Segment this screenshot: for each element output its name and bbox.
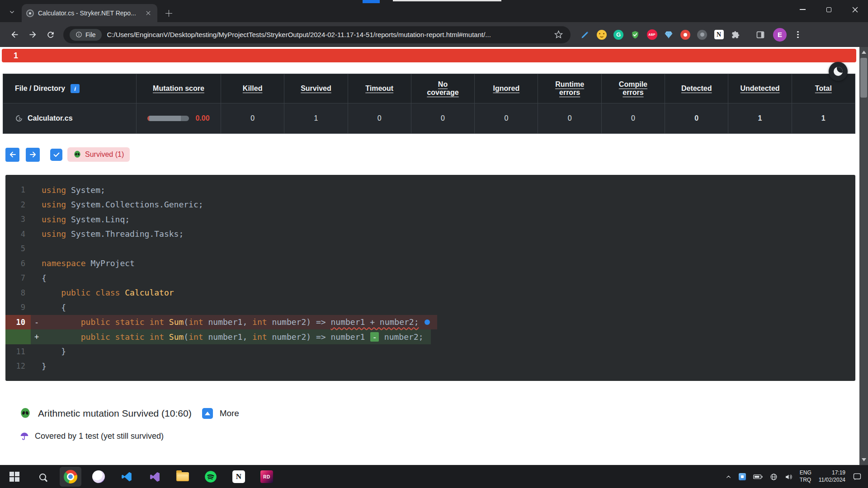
file-icon	[15, 114, 23, 122]
shield-extension-icon[interactable]	[630, 29, 641, 40]
gem-extension-icon[interactable]	[663, 29, 674, 40]
column-header[interactable]: Runtime errors	[538, 74, 601, 103]
browser-toolbar: File C:/Users/EngincanV/Desktop/testing/…	[0, 22, 868, 47]
chrome-icon	[64, 470, 77, 483]
page-scrollbar[interactable]	[859, 47, 868, 465]
tray-app-icon[interactable]	[739, 473, 746, 480]
maximize-icon	[826, 7, 831, 12]
speaker-icon[interactable]	[785, 473, 793, 481]
scrollbar-down-arrow[interactable]	[859, 455, 868, 464]
maximize-button[interactable]	[816, 0, 842, 19]
previous-mutant-button[interactable]	[5, 148, 19, 162]
rider-icon: RD	[260, 470, 273, 483]
search-button[interactable]	[32, 467, 53, 487]
column-header[interactable]: Detected	[665, 74, 728, 103]
reload-button[interactable]	[42, 26, 60, 44]
file-scheme-chip[interactable]: File	[70, 29, 102, 41]
network-globe-icon[interactable]	[770, 473, 778, 481]
scrollbar-thumb[interactable]	[860, 58, 867, 98]
gray-extension-icon[interactable]	[697, 29, 708, 40]
code-line-content: {	[31, 300, 66, 315]
app-taskbar-button[interactable]	[88, 467, 109, 487]
column-header-label: Timeout	[365, 84, 393, 93]
side-panel-icon[interactable]	[755, 29, 766, 40]
code-line-content: - public static int Sum(int number1, int…	[31, 315, 437, 330]
decoration-blue-sliver	[363, 0, 380, 3]
survived-badge-label: Survived (1)	[85, 150, 124, 159]
tab-favicon	[26, 9, 34, 17]
info-badge-icon[interactable]: i	[71, 84, 80, 93]
next-mutant-button[interactable]	[26, 148, 40, 162]
column-header[interactable]: No coverage	[411, 74, 474, 103]
file-cell[interactable]: Calculator.cs	[3, 103, 136, 133]
minimize-button[interactable]	[789, 0, 816, 19]
survived-filter-badge[interactable]: Survived (1)	[67, 147, 130, 162]
mutant-indicator-dot[interactable]	[425, 319, 430, 325]
more-label[interactable]: More	[220, 408, 239, 418]
chrome-taskbar-button[interactable]	[60, 467, 81, 487]
dark-mode-toggle[interactable]	[829, 62, 848, 81]
covered-tests-text: Covered by 1 test (yet still survived)	[35, 432, 164, 441]
diff-marker: +	[34, 332, 39, 341]
grammarly-extension-icon[interactable]: G	[613, 29, 624, 40]
code-line-content: public class Calculator	[31, 286, 174, 300]
tray-chevron-up-icon[interactable]	[726, 474, 731, 480]
back-button[interactable]	[5, 26, 24, 44]
tab-close-icon[interactable]	[144, 9, 153, 18]
language-indicator[interactable]: ENG TRQ	[800, 469, 811, 483]
vscode-taskbar-button[interactable]	[116, 467, 137, 487]
tab-search-chevron-icon[interactable]	[6, 6, 17, 17]
url-text[interactable]: C:/Users/EngincanV/Desktop/testing/MyPro…	[107, 31, 552, 38]
browser-menu-button[interactable]	[792, 29, 804, 41]
browser-tab[interactable]: Calculator.cs - Stryker.NET Repo...	[22, 4, 157, 22]
column-header[interactable]: Total	[792, 74, 855, 103]
notification-center-icon[interactable]	[853, 472, 862, 481]
adblock-plus-extension-icon[interactable]: ABP	[646, 29, 657, 40]
mutation-report-page: 1 File / Directory i Mutation scoreKille…	[0, 47, 859, 465]
profile-avatar[interactable]: E	[773, 28, 787, 42]
column-header[interactable]: Ignored	[474, 74, 538, 103]
code-line-content: {	[31, 271, 47, 286]
battery-icon[interactable]	[753, 474, 763, 479]
start-button[interactable]	[4, 467, 25, 487]
column-header-file[interactable]: File / Directory i	[3, 74, 136, 103]
column-header[interactable]: Undetected	[728, 74, 791, 103]
filter-checkbox[interactable]	[50, 149, 62, 161]
emoji-face-icon	[597, 30, 607, 40]
file-explorer-taskbar-button[interactable]	[172, 467, 193, 487]
notion-n: N	[714, 30, 724, 39]
color-picker-extension-icon[interactable]	[580, 29, 590, 40]
column-header[interactable]: Survived	[284, 74, 347, 103]
notion-taskbar-button[interactable]: N	[228, 467, 250, 487]
column-header[interactable]: Mutation score	[136, 74, 221, 103]
column-header[interactable]: Compile errors	[601, 74, 665, 103]
file-name-link[interactable]: Calculator.cs	[28, 114, 73, 122]
forward-button[interactable]	[24, 26, 42, 44]
column-header[interactable]: Killed	[221, 74, 284, 103]
new-tab-button[interactable]	[163, 7, 175, 19]
date-text: 11/02/2024	[819, 477, 845, 484]
extensions-puzzle-icon[interactable]	[730, 29, 741, 40]
line-number: 11	[5, 344, 31, 359]
circular-app-icon	[92, 470, 105, 483]
visual-studio-taskbar-button[interactable]	[144, 467, 165, 487]
legend-count: 1	[14, 51, 18, 61]
mutation-table: File / Directory i Mutation scoreKilledS…	[3, 74, 855, 134]
scrollbar-up-arrow[interactable]	[859, 48, 868, 56]
column-header[interactable]: Timeout	[348, 74, 411, 103]
spotify-taskbar-button[interactable]	[200, 467, 222, 487]
line-number: 9	[5, 300, 31, 315]
notion-extension-icon[interactable]: N	[713, 29, 724, 40]
record-extension-icon[interactable]	[680, 29, 691, 40]
collapse-more-button[interactable]	[202, 408, 213, 419]
code-line-content: using System.Linq;	[31, 212, 130, 227]
emoji-extension-icon[interactable]	[596, 29, 607, 40]
minimize-icon	[800, 9, 806, 10]
code-line: 12}	[5, 359, 855, 374]
address-bar[interactable]: File C:/Users/EngincanV/Desktop/testing/…	[63, 26, 571, 43]
bookmark-star-icon[interactable]	[552, 29, 564, 41]
mutation-score-value: 0.00	[195, 114, 209, 122]
close-button[interactable]	[842, 0, 868, 19]
rider-taskbar-button[interactable]: RD	[256, 467, 278, 487]
clock[interactable]: 17:19 11/02/2024	[819, 469, 845, 483]
